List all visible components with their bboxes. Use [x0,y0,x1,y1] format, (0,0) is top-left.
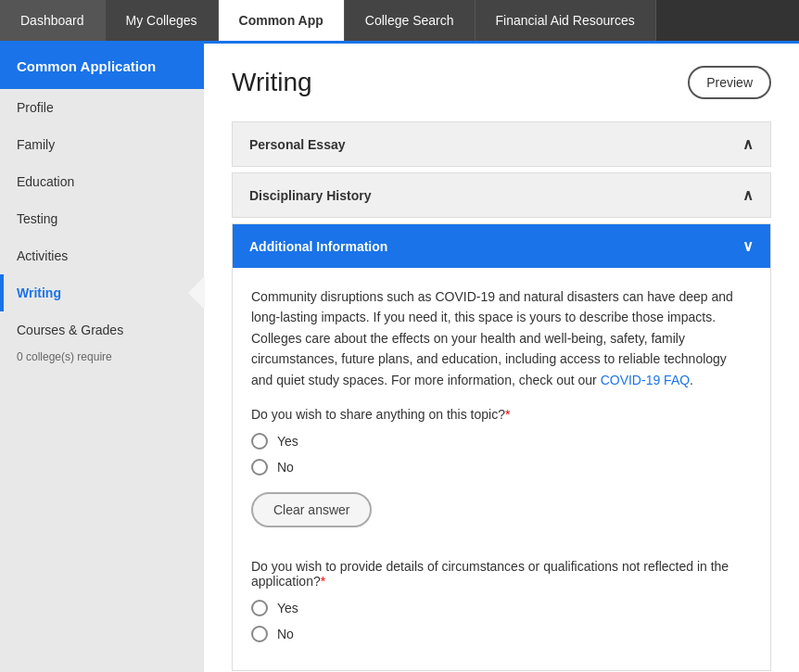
question2-no-label: No [277,627,294,641]
sidebar-item-activities[interactable]: Activities [0,237,204,274]
question2-label: Do you wish to provide details of circum… [251,559,752,589]
additional-info-section: Additional Information ∨ Community disru… [232,223,771,671]
sidebar-item-family[interactable]: Family [0,126,204,163]
disciplinary-history-label: Disciplinary History [249,188,372,203]
question2-yes-radio[interactable] [251,600,268,616]
question2-section: Do you wish to provide details of circum… [251,559,752,661]
disciplinary-history-chevron: ∧ [742,186,754,204]
question1-no-radio[interactable] [251,459,268,475]
page-title-row: Writing Preview [232,66,771,99]
personal-essay-chevron: ∧ [742,135,754,153]
question2-yes-label: Yes [277,601,298,615]
disciplinary-history-section: Disciplinary History ∧ [232,172,771,218]
question1-yes-label: Yes [277,434,298,449]
clear-answer-button[interactable]: Clear answer [251,492,372,527]
question2-no-radio[interactable] [251,626,268,642]
additional-info-header[interactable]: Additional Information ∨ [233,224,770,268]
additional-info-content: Community disruptions such as COVID-19 a… [233,268,770,670]
top-nav: Dashboard My Colleges Common App College… [0,0,799,44]
sidebar-item-writing[interactable]: Writing [0,274,204,311]
main-content: Writing Preview Personal Essay ∧ Discipl… [204,44,799,672]
tab-my-colleges[interactable]: My Colleges [106,0,219,41]
question2-required: * [321,574,325,589]
preview-button[interactable]: Preview [688,66,771,99]
page-title: Writing [232,68,312,97]
additional-info-body: Community disruptions such as COVID-19 a… [251,286,752,390]
question1-label: Do you wish to share anything on this to… [251,407,752,422]
personal-essay-section: Personal Essay ∧ [232,121,771,167]
tab-dashboard[interactable]: Dashboard [0,0,106,41]
question1-yes-radio[interactable] [251,433,268,450]
question2-yes-option[interactable]: Yes [251,600,752,616]
question1-yes-option[interactable]: Yes [251,433,752,450]
question1-text: Do you wish to share anything on this to… [251,407,505,422]
question1-section: Do you wish to share anything on this to… [251,407,752,559]
question1-no-label: No [277,460,294,475]
covid-faq-link[interactable]: COVID-19 FAQ [601,373,690,387]
sidebar: Common Application Profile Family Educat… [0,44,204,672]
sidebar-item-courses-grades[interactable]: Courses & Grades [0,311,204,349]
tab-college-search[interactable]: College Search [345,0,476,41]
sidebar-item-testing[interactable]: Testing [0,200,204,237]
disciplinary-history-header[interactable]: Disciplinary History ∧ [233,173,770,217]
sidebar-header: Common Application [0,44,204,89]
tab-financial-aid[interactable]: Financial Aid Resources [476,0,656,41]
personal-essay-header[interactable]: Personal Essay ∧ [233,122,770,166]
additional-info-chevron: ∨ [742,237,754,255]
question1-no-option[interactable]: No [251,459,752,475]
tab-common-app[interactable]: Common App [219,0,345,41]
personal-essay-label: Personal Essay [249,137,346,152]
question2-no-option[interactable]: No [251,626,752,642]
main-layout: Common Application Profile Family Educat… [0,44,799,672]
additional-info-label: Additional Information [249,239,387,254]
sidebar-item-profile[interactable]: Profile [0,89,204,126]
sidebar-item-courses-grades-sub: 0 college(s) require [0,349,204,374]
sidebar-item-education[interactable]: Education [0,163,204,200]
question1-required: * [505,407,510,422]
